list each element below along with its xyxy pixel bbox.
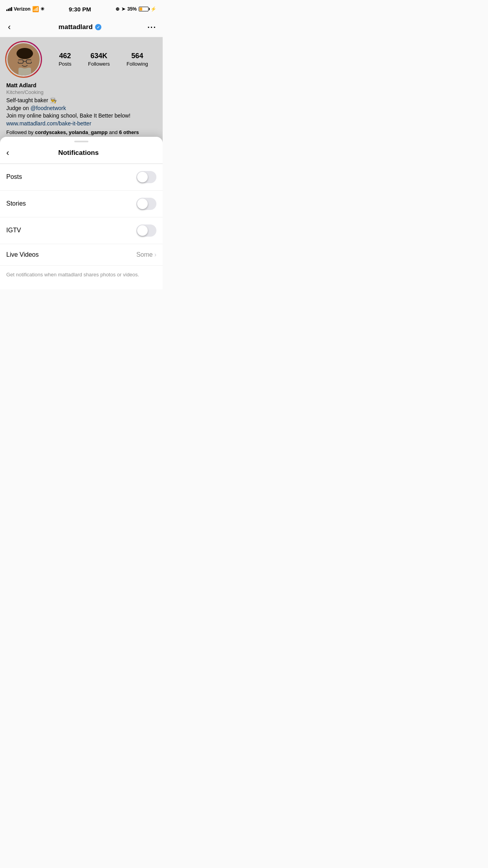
sheet-handle-container — [0, 137, 163, 145]
followers-stat[interactable]: 634K Followers — [88, 52, 110, 67]
stories-toggle[interactable] — [136, 198, 156, 210]
location-icon: ⊕ — [116, 6, 119, 12]
toggle-knob — [137, 199, 148, 209]
svg-point-5 — [18, 51, 32, 59]
svg-point-10 — [31, 59, 34, 63]
posts-label: Posts — [6, 173, 22, 180]
followers-label: Followers — [88, 61, 110, 67]
loading-icon: ✳ — [40, 6, 44, 12]
bio-mention[interactable]: @foodnetwork — [31, 105, 66, 111]
bio-line1: Self-taught baker 👨‍🍳 — [6, 97, 156, 105]
posts-stat[interactable]: 462 Posts — [59, 52, 72, 67]
sheet-footer: Get notifications when mattadlard shares… — [0, 266, 163, 281]
wifi-icon: 📶 — [32, 6, 39, 12]
bio-category: Kitchen/Cooking — [6, 89, 156, 95]
live-videos-value: Some — [136, 251, 153, 258]
live-videos-right: Some › — [136, 251, 156, 258]
battery-pct-label: 35% — [127, 6, 137, 12]
following-label: Following — [127, 61, 148, 67]
avatar[interactable] — [6, 42, 41, 77]
status-right: ⊕ ➤ 35% ⚡ — [116, 6, 156, 12]
posts-count: 462 — [59, 52, 71, 60]
sheet-back-button[interactable]: ‹ — [6, 148, 14, 158]
stories-label: Stories — [6, 200, 26, 207]
username-label: mattadlard — [59, 23, 93, 31]
bio-link[interactable]: www.mattadlard.com/bake-it-better — [6, 120, 156, 128]
back-button[interactable]: ‹ — [6, 20, 12, 34]
status-time: 9:30 PM — [69, 6, 91, 13]
battery-icon — [139, 7, 149, 11]
nav-bar: ‹ mattadlard ✓ ··· — [0, 17, 163, 37]
more-options-button[interactable]: ··· — [147, 23, 156, 32]
svg-point-9 — [15, 59, 18, 63]
gps-icon: ➤ — [121, 6, 125, 12]
avatar-image — [6, 42, 41, 77]
signal-icon — [6, 7, 12, 11]
live-videos-label: Live Videos — [6, 251, 39, 258]
igtv-label: IGTV — [6, 227, 21, 234]
chevron-right-icon: › — [154, 251, 156, 258]
posts-label: Posts — [59, 61, 72, 67]
bio-line2: Judge on @foodnetwork — [6, 105, 156, 112]
bio-followed-by: Followed by cordyscakes, yolanda_gampp a… — [6, 129, 156, 136]
sheet-header: ‹ Notifications — [0, 145, 163, 164]
following-count: 564 — [131, 52, 143, 60]
followers-count: 634K — [90, 52, 107, 60]
following-stat[interactable]: 564 Following — [127, 52, 148, 67]
live-videos-item[interactable]: Live Videos Some › — [0, 244, 163, 266]
sheet-title: Notifications — [14, 149, 156, 157]
notifications-sheet: ‹ Notifications Posts Stories IGTV Live … — [0, 137, 163, 289]
sheet-handle — [74, 141, 88, 142]
profile-username: mattadlard ✓ — [59, 23, 101, 31]
igtv-notification-item: IGTV — [0, 217, 163, 244]
toggle-knob — [137, 172, 148, 182]
posts-notification-item: Posts — [0, 164, 163, 191]
bio-line3: Join my online baking school, Bake It Be… — [6, 112, 156, 120]
bolt-icon: ⚡ — [150, 6, 156, 12]
status-bar: Verizon 📶 ✳ 9:30 PM ⊕ ➤ 35% ⚡ — [0, 0, 163, 17]
status-left: Verizon 📶 ✳ — [6, 6, 44, 12]
verified-badge: ✓ — [95, 24, 101, 30]
stories-notification-item: Stories — [0, 191, 163, 217]
posts-toggle[interactable] — [136, 171, 156, 183]
footer-text: Get notifications when mattadlard shares… — [6, 271, 156, 278]
carrier-label: Verizon — [14, 6, 31, 12]
toggle-knob — [137, 225, 148, 236]
svg-rect-2 — [18, 68, 31, 77]
bio-name: Matt Adlard — [6, 82, 156, 88]
igtv-toggle[interactable] — [136, 224, 156, 237]
profile-top: 462 Posts 634K Followers 564 Following — [6, 42, 156, 77]
profile-bio: Matt Adlard Kitchen/Cooking Self-taught … — [6, 82, 156, 136]
profile-stats: 462 Posts 634K Followers 564 Following — [50, 52, 156, 67]
